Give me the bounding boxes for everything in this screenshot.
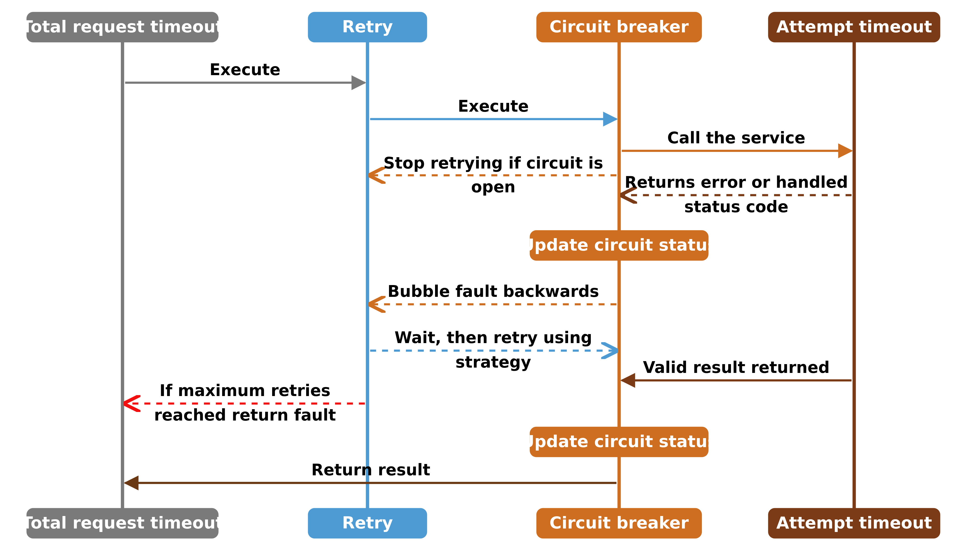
participant-attempt-label-b: Attempt timeout: [776, 513, 932, 533]
label-returns-error-2: status code: [684, 197, 788, 216]
participant-attempt-bottom: Attempt timeout: [768, 508, 940, 539]
label-update-status-1: Update circuit status: [521, 235, 717, 255]
participant-retry-label-b: Retry: [342, 513, 393, 533]
label-call-service: Call the service: [667, 128, 805, 147]
sequence-diagram: Total request timeout Retry Circuit brea…: [0, 0, 980, 550]
participant-breaker-label: Circuit breaker: [550, 17, 689, 36]
participant-retry-label: Retry: [342, 17, 393, 36]
label-stop-retrying-2: open: [471, 178, 515, 196]
participant-attempt-label: Attempt timeout: [776, 17, 932, 36]
participant-breaker-top: Circuit breaker: [536, 12, 702, 43]
label-stop-retrying-1: Stop retrying if circuit is: [383, 154, 603, 172]
label-wait-retry-2: strategy: [455, 353, 531, 371]
participant-timeout-label-b: Total request timeout: [22, 513, 223, 533]
participant-timeout-bottom: Total request timeout: [22, 508, 223, 539]
label-return-result: Return result: [311, 461, 430, 479]
label-max-retries-2: reached return fault: [154, 406, 336, 424]
label-wait-retry-1: Wait, then retry using: [395, 328, 592, 347]
participant-timeout-top: Total request timeout: [22, 12, 223, 43]
label-bubble-fault: Bubble fault backwards: [388, 282, 599, 301]
participant-retry-bottom: Retry: [308, 508, 427, 539]
label-execute-2: Execute: [458, 97, 529, 116]
label-valid-result: Valid result returned: [643, 358, 830, 377]
participant-retry-top: Retry: [308, 12, 427, 43]
label-returns-error-1: Returns error or handled: [625, 173, 848, 192]
note-update-status-2: Update circuit status: [521, 427, 717, 457]
participant-breaker-label-b: Circuit breaker: [550, 513, 689, 533]
participant-timeout-label: Total request timeout: [22, 17, 223, 36]
note-update-status-1: Update circuit status: [521, 230, 717, 261]
participant-attempt-top: Attempt timeout: [768, 12, 940, 43]
label-execute-1: Execute: [209, 60, 280, 79]
participant-breaker-bottom: Circuit breaker: [536, 508, 702, 539]
label-max-retries-1: If maximum retries: [159, 381, 331, 400]
label-update-status-2: Update circuit status: [521, 432, 717, 451]
